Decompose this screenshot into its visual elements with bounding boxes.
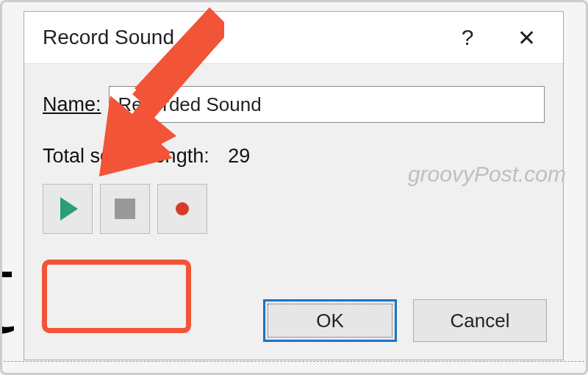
dialog-body: Name: Total sound length: 29 OK Cancel <box>24 63 563 360</box>
cancel-button[interactable]: Cancel <box>413 299 547 342</box>
dialog-footer: OK Cancel <box>263 299 547 342</box>
dialog-titlebar: Record Sound ? ✕ <box>24 12 563 63</box>
ok-button[interactable]: OK <box>263 299 397 342</box>
help-button[interactable]: ? <box>445 19 490 56</box>
play-button[interactable] <box>43 184 93 234</box>
background-text-left: t <box>0 222 15 354</box>
background-dotted-line <box>0 361 588 362</box>
stop-icon <box>115 199 135 219</box>
dialog-title: Record Sound <box>43 26 174 49</box>
watermark-text: groovyPost.com <box>408 162 566 187</box>
play-icon <box>60 197 78 221</box>
annotation-highlight-box <box>42 260 191 333</box>
close-button[interactable]: ✕ <box>504 19 548 56</box>
length-label: Total sound length: <box>43 145 209 167</box>
length-value: 29 <box>228 145 250 167</box>
stop-button[interactable] <box>100 184 150 234</box>
record-icon <box>176 202 189 215</box>
name-input[interactable] <box>109 86 545 123</box>
name-label: Name: <box>43 93 101 116</box>
playback-controls <box>43 184 545 234</box>
record-button[interactable] <box>157 184 207 234</box>
background-text-right: e <box>584 221 588 338</box>
name-row: Name: <box>43 86 545 123</box>
